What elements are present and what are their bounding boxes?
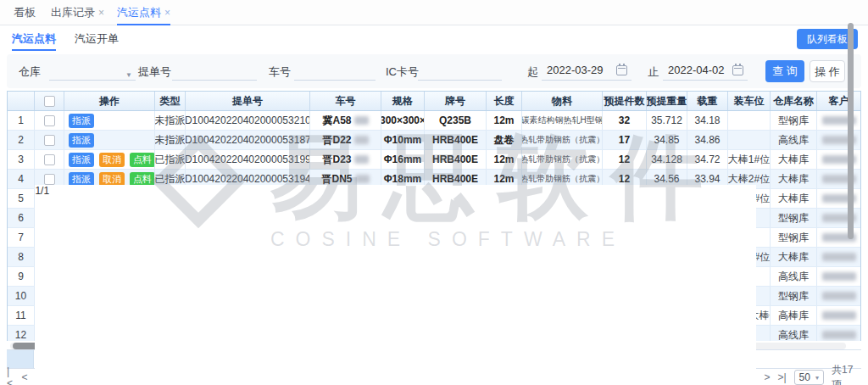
subtab-truck-billing[interactable]: 汽运开单 xyxy=(75,27,119,51)
cell-grade: Q235B xyxy=(425,111,487,130)
bill-no-input[interactable] xyxy=(172,62,257,81)
cell-select xyxy=(35,131,64,149)
header-cell-grade: 牌号 xyxy=(425,92,487,110)
cell-material: 碳素结构钢热轧H型钢 xyxy=(522,111,603,130)
sub-tab-bar: 汽运点料 汽运开单 队列看板 xyxy=(0,26,868,53)
cell-bill-no: TD1004202204020000531876 xyxy=(186,131,310,149)
page-size-select[interactable]: 50▾ xyxy=(794,370,824,385)
cell-select xyxy=(35,111,64,130)
assign-button[interactable]: 指派 xyxy=(69,153,94,167)
date-from-value: 2022-03-29 xyxy=(547,64,604,76)
cell-warehouse: 大棒库 xyxy=(771,248,817,266)
total-count: 共17项 xyxy=(832,363,858,385)
cell-type: 未指派 xyxy=(155,111,186,130)
cell-select xyxy=(35,150,64,169)
cell-spec: Φ16mm xyxy=(381,150,425,169)
close-icon[interactable]: × xyxy=(98,7,104,19)
cell-actions: 指派 xyxy=(64,131,155,149)
vertical-scrollbar-thumb[interactable] xyxy=(848,23,854,239)
header-cell-type: 类型 xyxy=(155,92,186,110)
cell-customer xyxy=(817,150,860,169)
tab-truck-count[interactable]: 汽运点料× xyxy=(117,0,170,25)
row-checkbox[interactable] xyxy=(44,154,55,165)
count-button[interactable]: 点料 xyxy=(130,153,155,167)
header-cell-slot: 装车位 xyxy=(728,92,771,110)
cell-spec: 300×300× xyxy=(381,111,425,130)
cell-rownum: 5 xyxy=(8,189,35,208)
calendar-icon[interactable] xyxy=(732,65,743,75)
ic-card-input[interactable] xyxy=(418,62,502,81)
assign-button[interactable]: 指派 xyxy=(69,114,94,128)
pagination-bar: |< < 1/1 > >| 50▾ 共17项 xyxy=(7,370,861,385)
next-page-button[interactable]: > xyxy=(764,371,770,383)
assign-button[interactable]: 指派 xyxy=(69,172,94,187)
close-icon[interactable]: × xyxy=(164,7,170,19)
cancel-button[interactable]: 取消 xyxy=(99,153,125,167)
cell-rownum: 7 xyxy=(8,228,35,247)
cell-pre-weight: 34.85 xyxy=(647,131,687,149)
cell-bill-no: TD1004202204020000531990 xyxy=(186,150,310,169)
row-checkbox[interactable] xyxy=(44,115,55,126)
cell-customer xyxy=(817,306,860,325)
cell-pre-qty: 17 xyxy=(603,131,647,149)
cell-truck-no: 冀A58 xyxy=(310,111,381,130)
cell-load: 34.86 xyxy=(687,131,728,149)
date-from-input[interactable]: 2022-03-29 xyxy=(542,62,632,81)
warehouse-select[interactable]: ▼ xyxy=(49,62,136,81)
tab-board-label: 看板 xyxy=(14,6,36,19)
cell-rownum: 6 xyxy=(8,209,35,227)
truck-no-label: 车号 xyxy=(269,64,291,80)
cell-customer xyxy=(817,131,860,149)
cell-customer xyxy=(817,326,860,341)
cell-rownum: 2 xyxy=(8,131,35,149)
header-cell-load: 载重 xyxy=(687,92,728,110)
header-cell-pre-weight: 预提重量 xyxy=(647,92,687,110)
cell-type: 未指派 xyxy=(155,131,186,149)
date-to-label: 止 xyxy=(648,64,659,80)
redacted-truck-no xyxy=(355,175,370,183)
tab-outbound-records[interactable]: 出库记录× xyxy=(51,0,104,25)
cell-spec: Φ10mm xyxy=(381,131,425,149)
cell-warehouse: 高线库 xyxy=(771,131,817,149)
select-all-checkbox[interactable] xyxy=(44,96,55,107)
cell-customer xyxy=(817,209,860,227)
header-cell-length: 长度 xyxy=(487,92,522,110)
page-indicator: 1/1 xyxy=(35,185,756,385)
first-page-button[interactable]: |< xyxy=(7,365,14,385)
date-to-value: 2022-04-02 xyxy=(668,64,725,76)
search-button[interactable]: 查 询 xyxy=(765,60,804,82)
cell-pre-weight: 34.128 xyxy=(647,150,687,169)
calendar-icon[interactable] xyxy=(616,65,627,75)
redacted-customer xyxy=(822,331,856,339)
operate-button[interactable]: 操 作 xyxy=(810,60,845,82)
subtab-truck-count[interactable]: 汽运点料 xyxy=(12,27,56,51)
header-cell-material: 物料 xyxy=(522,92,603,110)
last-page-button[interactable]: >| xyxy=(777,371,786,383)
row-checkbox[interactable] xyxy=(44,135,55,146)
cell-rownum: 11 xyxy=(8,306,35,325)
cell-slot: 大棒1#位 xyxy=(728,150,771,169)
header-cell-actions: 操作 xyxy=(64,92,155,110)
cancel-button[interactable]: 取消 xyxy=(99,172,125,187)
redacted-customer xyxy=(822,253,856,261)
cell-length: 12m xyxy=(487,111,522,130)
cell-pre-qty: 12 xyxy=(603,150,647,169)
cell-material: 热轧带肋钢筋（抗震） xyxy=(522,131,603,149)
redacted-truck-no xyxy=(354,116,369,125)
filter-bar: 仓库 ▼ 提单号 车号 IC卡号 起 2022-03-29 止 2022-04-… xyxy=(7,54,861,88)
cell-grade: HRB400E xyxy=(425,150,487,169)
top-tab-bar: 看板 出库记录× 汽运点料× xyxy=(0,0,868,25)
date-to-input[interactable]: 2022-04-02 xyxy=(663,62,748,81)
row-checkbox[interactable] xyxy=(44,174,55,185)
cell-bill-no: TD1004202204020000532101 xyxy=(186,111,310,130)
header-cell-pre-qty: 预提件数 xyxy=(603,92,647,110)
count-button[interactable]: 点料 xyxy=(130,172,155,187)
redacted-truck-no xyxy=(354,136,369,144)
tab-board[interactable]: 看板 xyxy=(14,0,36,25)
truck-no-input[interactable] xyxy=(294,62,376,81)
cell-truck-no: 晋D22 xyxy=(310,131,381,149)
prev-page-button[interactable]: < xyxy=(21,371,27,383)
assign-button[interactable]: 指派 xyxy=(69,133,94,148)
cell-warehouse: 高线库 xyxy=(771,326,817,341)
cell-pre-weight: 35.712 xyxy=(647,111,687,130)
